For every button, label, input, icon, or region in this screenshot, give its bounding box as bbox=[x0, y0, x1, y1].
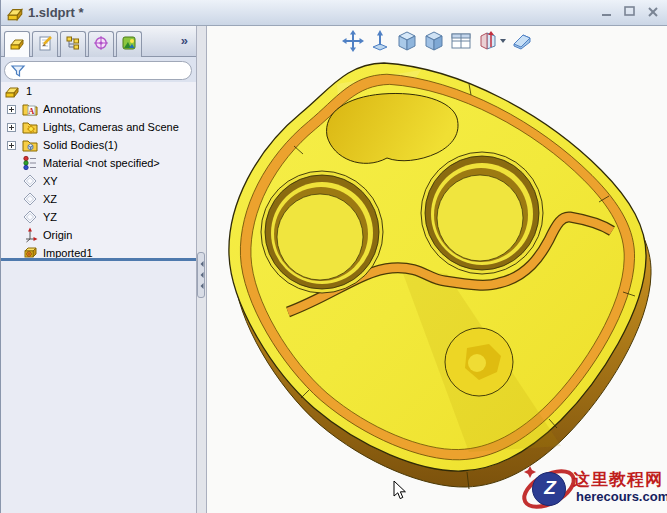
plane-icon bbox=[22, 191, 38, 207]
tree-item-solid-bodies[interactable]: Solid Bodies(1) bbox=[1, 136, 196, 154]
displaymanager-tab-icon bbox=[121, 35, 137, 51]
propertymanager-tab[interactable] bbox=[32, 31, 58, 57]
panel-lower-area bbox=[1, 261, 196, 513]
tree-item-lights-cameras-scene[interactable]: Lights, Cameras and Scene bbox=[1, 118, 196, 136]
splitter-collapse-handle[interactable] bbox=[197, 252, 205, 298]
model-right-circle-pocket bbox=[421, 152, 543, 274]
watermark-site-url: herecours.com bbox=[576, 489, 667, 504]
dimxpertmanager-tab[interactable] bbox=[88, 31, 114, 57]
shaded-cube-icon[interactable] bbox=[422, 29, 446, 53]
tree-item-label: Solid Bodies(1) bbox=[43, 139, 118, 151]
expand-plus-icon[interactable] bbox=[7, 104, 16, 113]
feature-tree: 1 A Annotations bbox=[1, 82, 196, 258]
solidworks-window: 1.sldprt * bbox=[0, 0, 667, 513]
tree-item-label: Annotations bbox=[43, 103, 101, 115]
view-cube-icon[interactable] bbox=[395, 29, 419, 53]
tree-item-label: 1 bbox=[26, 85, 32, 97]
featuremanager-tab-icon bbox=[9, 35, 25, 51]
dimxpertmanager-tab-icon bbox=[93, 35, 109, 51]
plane-icon bbox=[22, 173, 38, 189]
collapse-arrows-icon bbox=[198, 253, 206, 297]
watermark-logo: Z 这里教程网 herecours.com bbox=[518, 461, 667, 511]
panel-splitter[interactable] bbox=[196, 26, 207, 513]
displaymanager-tab[interactable] bbox=[116, 31, 142, 57]
tree-item-origin[interactable]: Origin bbox=[1, 226, 196, 244]
maximize-icon[interactable] bbox=[623, 5, 637, 19]
model-left-circle-pocket bbox=[261, 171, 383, 293]
part-root-icon bbox=[4, 83, 20, 99]
logo-letter: Z bbox=[540, 477, 560, 499]
close-icon[interactable] bbox=[646, 5, 660, 19]
tree-item-label: XZ bbox=[43, 193, 57, 205]
window-title: 1.sldprt * bbox=[28, 5, 84, 20]
material-icon bbox=[22, 155, 38, 171]
normal-to-icon[interactable] bbox=[368, 29, 392, 53]
svg-text:A: A bbox=[29, 107, 35, 116]
filter-input[interactable] bbox=[29, 63, 183, 80]
tree-item-label: Lights, Cameras and Scene bbox=[43, 121, 179, 133]
minimize-icon[interactable] bbox=[600, 5, 614, 19]
origin-icon bbox=[22, 227, 38, 243]
arrow-cursor-icon bbox=[393, 481, 407, 501]
tabs-overflow-chevron[interactable]: » bbox=[181, 33, 188, 48]
part-document-icon bbox=[6, 4, 24, 22]
propertymanager-tab-icon bbox=[37, 35, 53, 51]
tree-item-plane-xz[interactable]: XZ bbox=[1, 190, 196, 208]
tree-item-label: XY bbox=[43, 175, 58, 187]
tree-item-plane-yz[interactable]: YZ bbox=[1, 208, 196, 226]
tree-item-plane-xy[interactable]: XY bbox=[1, 172, 196, 190]
configurationmanager-tab[interactable] bbox=[60, 31, 86, 57]
tree-item-label: Origin bbox=[43, 229, 72, 241]
display-style-icon[interactable] bbox=[510, 29, 534, 53]
plane-icon bbox=[22, 209, 38, 225]
section-view-dropdown-icon[interactable] bbox=[476, 29, 507, 53]
solid-bodies-folder-icon bbox=[22, 137, 38, 153]
expand-plus-icon[interactable] bbox=[7, 122, 16, 131]
viewport-grid-icon[interactable] bbox=[449, 29, 473, 53]
featuremanager-tab[interactable] bbox=[4, 31, 30, 57]
feature-manager-panel: » 1 bbox=[1, 26, 196, 513]
graphics-viewport[interactable]: Z 这里教程网 herecours.com bbox=[207, 26, 667, 513]
titlebar[interactable]: 1.sldprt * bbox=[1, 0, 667, 26]
watermark-site-name: 这里教程网 bbox=[573, 468, 663, 491]
tree-filter-box[interactable] bbox=[4, 61, 192, 80]
tree-item-label: YZ bbox=[43, 211, 57, 223]
model-imported1[interactable] bbox=[207, 26, 667, 513]
filter-funnel-icon bbox=[10, 63, 26, 79]
tree-item-root[interactable]: 1 bbox=[1, 82, 196, 100]
model-blob-pocket bbox=[327, 93, 458, 163]
expand-plus-icon[interactable] bbox=[7, 140, 16, 149]
lights-folder-icon bbox=[22, 119, 38, 135]
tree-item-label: Material <not specified> bbox=[43, 157, 160, 169]
configurationmanager-tab-icon bbox=[65, 35, 81, 51]
filter-row bbox=[1, 58, 196, 82]
annotations-folder-icon: A bbox=[22, 101, 38, 117]
panel-tabs: » bbox=[1, 26, 196, 57]
model-small-circle-pocket bbox=[445, 328, 513, 396]
tree-item-annotations[interactable]: A Annotations bbox=[1, 100, 196, 118]
tree-item-material[interactable]: Material <not specified> bbox=[1, 154, 196, 172]
pan-arrows-icon[interactable] bbox=[341, 29, 365, 53]
heads-up-view-toolbar bbox=[341, 29, 534, 53]
